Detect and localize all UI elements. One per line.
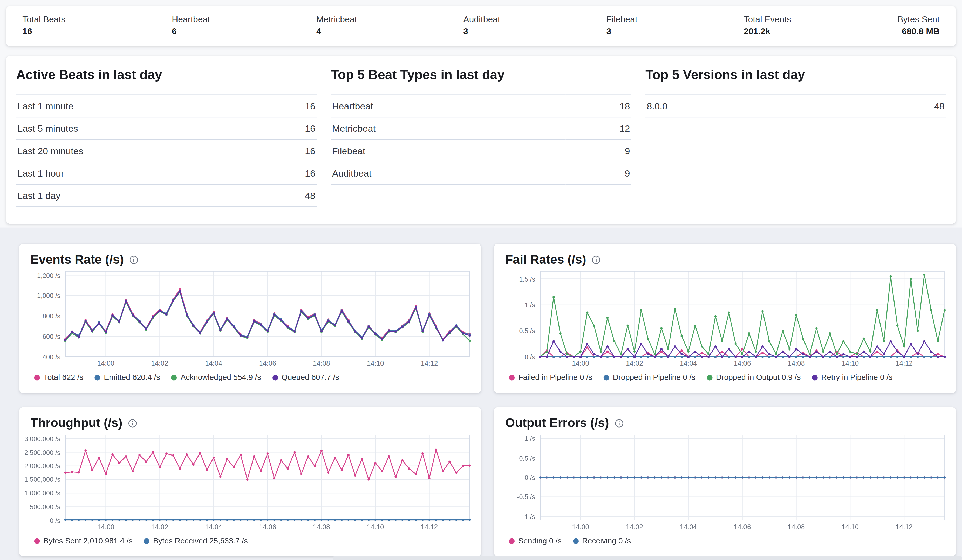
row-label: Last 5 minutes — [16, 117, 269, 140]
chart-plot-area[interactable] — [65, 434, 470, 520]
x-axis-label: 14:04 — [205, 359, 222, 367]
y-axis-label: 0 /s — [525, 474, 535, 481]
charts-section: Events Rate (/s) 1,200 /s1,000 /s800 /s6… — [0, 228, 962, 560]
x-axis-label: 14:04 — [680, 523, 697, 531]
stat-label: Total Events — [744, 14, 791, 24]
chart-legend: Bytes Sent 2,010,981.4 /sBytes Received … — [34, 536, 470, 545]
legend-dot — [144, 538, 150, 544]
legend-label: Retry in Pipeline 0 /s — [822, 373, 893, 382]
section-title: Top 5 Beat Types in last day — [331, 67, 631, 82]
info-icon[interactable] — [129, 255, 138, 264]
stat-value: 6 — [172, 26, 210, 36]
x-axis-label: 14:06 — [259, 359, 276, 367]
legend-label: Bytes Received 25,633.7 /s — [153, 536, 248, 545]
active-beats-table: Active Beats in last day Last 1 minute16… — [16, 67, 316, 212]
x-axis-label: 14:00 — [97, 523, 115, 531]
x-axis-label: 14:02 — [626, 359, 643, 367]
row-value: 16 — [269, 95, 316, 117]
row-label: Last 1 minute — [16, 95, 269, 117]
legend-label: Queued 607.7 /s — [282, 373, 339, 382]
x-axis-label: 14:08 — [788, 359, 805, 367]
stat-filebeat: Filebeat3 — [607, 14, 638, 36]
info-icon[interactable] — [615, 419, 623, 428]
x-axis-label: 14:08 — [313, 523, 330, 531]
legend-label: Emitted 620.4 /s — [104, 373, 160, 382]
row-value: 48 — [269, 184, 316, 207]
legend-label: Dropped in Pipeline 0 /s — [613, 373, 695, 382]
legend-dot — [509, 375, 515, 380]
x-axis-label: 14:12 — [421, 359, 438, 367]
legend-item-retry-in-pipeline[interactable]: Retry in Pipeline 0 /s — [812, 373, 893, 382]
chart-card-throughput: Throughput (/s) 3,000,000 /s2,500,000 /s… — [19, 407, 481, 556]
legend-label: Bytes Sent 2,010,981.4 /s — [44, 536, 132, 545]
chart-plot-area[interactable] — [540, 271, 944, 357]
y-axis: 3,000,000 /s2,500,000 /s2,000,000 /s1,50… — [31, 434, 65, 520]
legend-dot — [707, 375, 712, 380]
x-axis-label: 14:06 — [734, 359, 751, 367]
y-axis-label: 600 /s — [42, 333, 60, 340]
stat-label: Bytes Sent — [897, 14, 939, 24]
table-row: 8.0.048 — [646, 95, 946, 117]
section-title: Top 5 Versions in last day — [646, 67, 946, 82]
legend-item-queued[interactable]: Queued 607.7 /s — [272, 373, 339, 382]
stat-total-beats: Total Beats16 — [22, 14, 65, 36]
legend-item-bytes-sent[interactable]: Bytes Sent 2,010,981.4 /s — [34, 536, 132, 545]
legend-label: Sending 0 /s — [518, 536, 562, 545]
stat-label: Metricbeat — [316, 14, 357, 24]
legend-label: Failed in Pipeline 0 /s — [518, 373, 592, 382]
x-axis-label: 14:04 — [205, 523, 222, 531]
chart-plot-area[interactable] — [540, 434, 944, 520]
row-value: 9 — [565, 162, 631, 184]
stat-heartbeat: Heartbeat6 — [172, 14, 210, 36]
legend-item-receiving[interactable]: Receiving 0 /s — [573, 536, 631, 545]
x-axis-label: 14:00 — [572, 359, 589, 367]
legend-dot — [604, 375, 609, 380]
events-rate-chart: 1,200 /s1,000 /s800 /s600 /s400 /s14:001… — [31, 271, 470, 368]
y-axis-label: 3,000,000 /s — [24, 435, 60, 442]
table-row: Last 5 minutes16 — [16, 117, 316, 140]
legend-dot — [171, 375, 177, 380]
x-axis-label: 14:02 — [151, 523, 168, 531]
stat-value: 3 — [463, 26, 500, 36]
y-axis-label: -0.5 /s — [517, 493, 535, 500]
x-axis-label: 14:10 — [842, 523, 859, 531]
legend-item-total[interactable]: Total 622 /s — [34, 373, 83, 382]
y-axis-label: 500,000 /s — [30, 503, 60, 510]
y-axis: 1,200 /s1,000 /s800 /s600 /s400 /s — [31, 271, 65, 357]
chart-plot-area[interactable] — [65, 271, 470, 357]
stat-value: 3 — [607, 26, 638, 36]
info-icon[interactable] — [592, 255, 600, 264]
stat-bytes-sent: Bytes Sent680.8 MB — [897, 14, 939, 36]
y-axis-label: 400 /s — [42, 353, 60, 360]
chart-legend: Total 622 /sEmitted 620.4 /sAcknowledged… — [34, 373, 470, 382]
legend-item-bytes-received[interactable]: Bytes Received 25,633.7 /s — [144, 536, 248, 545]
y-axis-label: 0 /s — [525, 353, 535, 360]
output-errors-chart: 1 /s0.5 /s0 /s-0.5 /s-1 /s14:0014:0214:0… — [505, 434, 944, 531]
legend-item-dropped-in-pipeline[interactable]: Dropped in Pipeline 0 /s — [604, 373, 695, 382]
legend-item-failed-in-pipeline[interactable]: Failed in Pipeline 0 /s — [509, 373, 592, 382]
chart-title: Events Rate (/s) — [31, 253, 124, 267]
y-axis-label: 1 /s — [525, 435, 535, 442]
legend-item-sending[interactable]: Sending 0 /s — [509, 536, 562, 545]
chart-card-events-rate: Events Rate (/s) 1,200 /s1,000 /s800 /s6… — [19, 244, 481, 393]
legend-label: Acknowledged 554.9 /s — [181, 373, 261, 382]
stats-summary-bar: Total Beats16Heartbeat6Metricbeat4Auditb… — [6, 6, 956, 46]
legend-label: Total 622 /s — [44, 373, 83, 382]
legend-item-dropped-in-output[interactable]: Dropped in Output 0.9 /s — [707, 373, 801, 382]
table-row: Last 1 day48 — [16, 184, 316, 207]
legend-item-emitted[interactable]: Emitted 620.4 /s — [94, 373, 160, 382]
table-row: Filebeat9 — [331, 140, 631, 162]
beats-monitoring-dashboard: Total Beats16Heartbeat6Metricbeat4Auditb… — [0, 0, 962, 560]
x-axis-label: 14:02 — [626, 523, 643, 531]
row-label: 8.0.0 — [646, 95, 839, 117]
table-row: Last 1 hour16 — [16, 162, 316, 184]
y-axis-label: 1,200 /s — [37, 272, 60, 279]
table-row: Auditbeat9 — [331, 162, 631, 184]
stat-label: Total Beats — [22, 14, 65, 24]
stat-value: 201.2k — [744, 26, 791, 36]
legend-item-acknowledged[interactable]: Acknowledged 554.9 /s — [171, 373, 261, 382]
info-icon[interactable] — [128, 419, 137, 428]
row-label: Heartbeat — [331, 95, 566, 117]
stat-value: 680.8 MB — [897, 26, 939, 36]
x-axis-label: 14:06 — [259, 523, 276, 531]
